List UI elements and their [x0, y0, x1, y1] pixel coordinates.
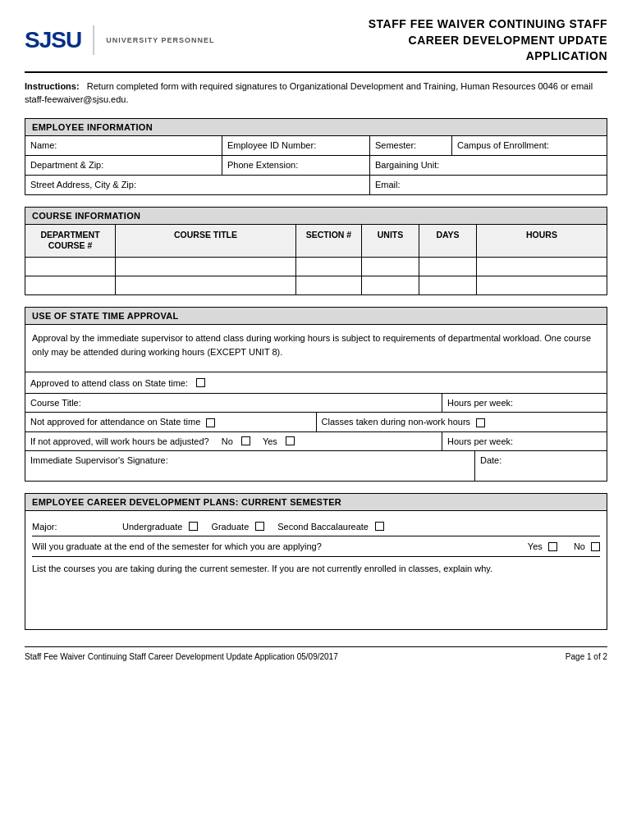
no-label: No: [222, 436, 233, 446]
table-row: [25, 276, 607, 295]
course-title-col: Course Title:: [25, 394, 442, 412]
instructions-section: Instructions: Return completed form with…: [25, 80, 607, 107]
days-header: DAYS: [419, 224, 477, 257]
instructions-text: Return completed form with required sign…: [25, 81, 593, 105]
grad-yes-label: Yes: [528, 541, 543, 551]
table-row: [25, 258, 607, 276]
course-row-1-dept: [25, 258, 116, 276]
course-row-2-hours: [477, 276, 607, 295]
course-info-table: DEPARTMENTCOURSE # COURSE TITLE SECTION …: [25, 224, 607, 295]
employee-info-header: EMPLOYEE INFORMATION: [25, 118, 607, 135]
table-row: Department & Zip: Phone Extension: Barga…: [25, 155, 607, 175]
course-row-2-section: [296, 276, 362, 295]
work-hours-col: If not approved, will work hours be adju…: [25, 432, 442, 450]
graduate-label: Graduate: [211, 522, 249, 532]
list-courses-text: List the courses you are taking during t…: [32, 562, 600, 576]
course-info-header: COURSE INFORMATION: [25, 207, 607, 224]
employee-info-table: Name: Employee ID Number: Semester: Camp…: [25, 135, 607, 195]
supervisor-sig-col: Immediate Supervisor's Signature:: [25, 451, 475, 481]
semester-label: Semester:: [370, 135, 452, 155]
course-title-header: COURSE TITLE: [116, 224, 296, 257]
classes-taken-checkbox[interactable]: [476, 418, 485, 427]
second-bacc-label: Second Baccalaureate: [277, 522, 369, 532]
hours-header: HOURS: [477, 224, 607, 257]
address-label: Street Address, City & Zip:: [25, 175, 370, 194]
bargaining-label: Bargaining Unit:: [370, 155, 607, 175]
course-row-1-hours: [477, 258, 607, 276]
table-row: Street Address, City & Zip: Email:: [25, 175, 607, 194]
hours-per-week-col: Hours per week:: [442, 394, 607, 412]
page-title: STAFF FEE WAIVER CONTINUING STAFF CAREER…: [231, 16, 607, 65]
logo-divider: [93, 25, 94, 55]
footer-right: Page 1 of 2: [566, 652, 607, 661]
dept-zip-label: Department & Zip:: [25, 155, 222, 175]
career-dev-header: EMPLOYEE CAREER DEVELOPMENT PLANS: CURRE…: [25, 494, 607, 511]
course-row-2-units: [362, 276, 419, 295]
not-approved-row: Not approved for attendance on State tim…: [25, 412, 607, 431]
state-time-section: USE OF STATE TIME APPROVAL Approval by t…: [25, 307, 607, 482]
second-bacc-checkbox[interactable]: [375, 522, 384, 531]
course-title-row: Course Title: Hours per week:: [25, 393, 607, 412]
course-row-2-days: [419, 276, 477, 295]
major-options: Undergraduate Graduate Second Baccalaure…: [122, 522, 384, 532]
state-time-header: USE OF STATE TIME APPROVAL: [25, 308, 607, 325]
course-row-1-section: [296, 258, 362, 276]
dept-course-header: DEPARTMENTCOURSE #: [25, 224, 116, 257]
grad-yes-checkbox[interactable]: [548, 542, 557, 551]
state-time-content: Approval by the immediate supervisor to …: [25, 325, 607, 372]
hours-per-week-label: Hours per week:: [447, 398, 513, 408]
state-time-paragraph: Approval by the immediate supervisor to …: [32, 331, 600, 358]
second-bacc-option: Second Baccalaureate: [277, 522, 384, 532]
supervisor-sig-label: Immediate Supervisor's Signature:: [30, 455, 168, 465]
if-not-approved-label: If not approved, will work hours be adju…: [30, 436, 209, 446]
approved-state-checkbox[interactable]: [196, 378, 205, 387]
date-col: Date:: [475, 451, 607, 481]
career-dev-content: Major: Undergraduate Graduate Second Bac…: [25, 511, 607, 630]
grad-no-checkbox[interactable]: [591, 542, 600, 551]
approved-state-label: Approved to attend class on State time:: [30, 378, 188, 388]
page-header: SJSU UNIVERSITY PERSONNEL STAFF FEE WAIV…: [25, 16, 607, 73]
email-label: Email:: [370, 175, 607, 194]
logo-area: SJSU UNIVERSITY PERSONNEL: [25, 25, 215, 55]
course-row-1-units: [362, 258, 419, 276]
graduate-option: Graduate: [211, 522, 264, 532]
classes-taken-col: Classes taken during non-work hours: [317, 413, 607, 431]
yes-label: Yes: [263, 436, 277, 446]
phone-label: Phone Extension:: [222, 155, 370, 175]
date-label: Date:: [480, 455, 501, 465]
graduate-checkbox[interactable]: [255, 522, 264, 531]
major-row: Major: Undergraduate Graduate Second Bac…: [32, 518, 600, 536]
course-row-2-title: [116, 276, 296, 295]
list-courses-row: List the courses you are taking during t…: [32, 557, 600, 623]
grad-no-option: No: [574, 541, 600, 552]
yes-checkbox[interactable]: [286, 436, 295, 445]
section-header-cell: SECTION #: [296, 224, 362, 257]
university-personnel-text: UNIVERSITY PERSONNEL: [106, 36, 214, 44]
page-footer: Staff Fee Waiver Continuing Staff Career…: [25, 646, 607, 661]
major-label: Major:: [32, 522, 73, 532]
not-approved-checkbox[interactable]: [206, 418, 215, 427]
hours-per-week-2-col: Hours per week:: [442, 432, 607, 450]
classes-taken-label: Classes taken during non-work hours: [322, 417, 471, 427]
not-approved-label: Not approved for attendance on State tim…: [30, 417, 200, 427]
undergraduate-checkbox[interactable]: [189, 522, 198, 531]
undergraduate-option: Undergraduate: [122, 522, 198, 532]
course-row-1-title: [116, 258, 296, 276]
course-row-2-dept: [25, 276, 116, 295]
hours-per-week-2-label: Hours per week:: [447, 436, 513, 446]
graduate-question-row: Will you graduate at the end of the seme…: [32, 536, 600, 558]
graduate-question: Will you graduate at the end of the seme…: [32, 541, 520, 551]
table-header-row: DEPARTMENTCOURSE # COURSE TITLE SECTION …: [25, 224, 607, 257]
undergraduate-label: Undergraduate: [122, 522, 182, 532]
no-checkbox[interactable]: [241, 436, 250, 445]
campus-enrollment-label: Campus of Enrollment:: [452, 135, 607, 155]
work-hours-adjusted-row: If not approved, will work hours be adju…: [25, 431, 607, 450]
course-title-label: Course Title:: [30, 398, 81, 408]
career-dev-section: EMPLOYEE CAREER DEVELOPMENT PLANS: CURRE…: [25, 493, 607, 631]
grad-yes-option: Yes: [528, 541, 557, 552]
name-label: Name:: [25, 135, 222, 155]
table-row: Name: Employee ID Number: Semester: Camp…: [25, 135, 607, 155]
grad-no-label: No: [574, 541, 585, 551]
approved-state-time-row: Approved to attend class on State time:: [25, 372, 607, 393]
sig-date-row: Immediate Supervisor's Signature: Date:: [25, 450, 607, 481]
